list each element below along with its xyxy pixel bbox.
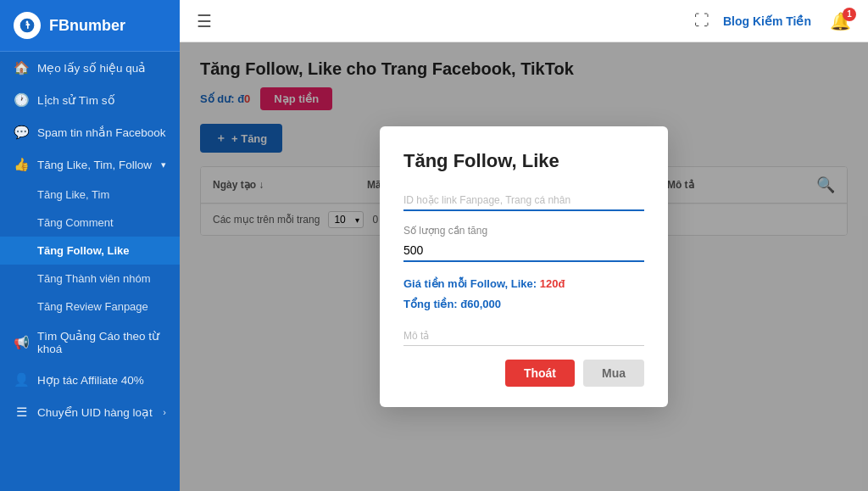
chevron-right-icon: › [163,407,166,417]
sidebar-sub-label: Tăng Comment [37,216,114,229]
sidebar-item-tim-quang-cao[interactable]: 📢 Tìm Quảng Cáo theo từ khoá [0,321,180,364]
modal-quantity-field: Số lượng cần tăng [403,225,644,262]
like-icon: 👍 [14,157,29,172]
notification-bell[interactable]: 🔔 1 [830,11,851,31]
chevron-down-icon: ▾ [161,159,166,170]
list-icon: ☰ [14,405,29,420]
modal-overlay[interactable]: Tăng Follow, Like Số lượng cần tăng Giá … [180,42,868,491]
sidebar-item-label: Hợp tác Affiliate 40% [37,373,144,387]
sidebar-item-spam[interactable]: 💬 Spam tin nhắn Facebook [0,116,180,148]
sidebar-sub-label: Tăng Follow, Like [37,244,130,257]
sidebar-item-label: Mẹo lấy số hiệu quả [37,61,146,75]
sidebar-item-tang-follow-like[interactable]: Tăng Follow, Like [0,237,180,265]
sidebar-item-label: Chuyển UID hàng loạt [37,405,153,419]
total-row: Tổng tiền: đ60,000 [403,296,644,311]
sidebar-item-label: Tăng Like, Tim, Follow [37,159,152,171]
sidebar-item-label: Spam tin nhắn Facebook [37,126,166,139]
mua-button[interactable]: Mua [583,360,644,387]
notification-badge: 1 [843,8,856,21]
sidebar-item-tang-like[interactable]: 👍 Tăng Like, Tim, Follow ▾ [0,148,180,181]
sidebar: FBnumber 🏠 Mẹo lấy số hiệu quả 🕐 Lịch sử… [0,0,180,491]
price-line: Giá tiền mỗi Follow, Like: 120đ [403,277,565,290]
menu-icon[interactable]: ☰ [197,11,212,31]
modal-quantity-input[interactable] [403,240,644,262]
svg-point-1 [26,21,29,24]
thoat-button[interactable]: Thoát [505,360,575,387]
sidebar-item-hop-tac[interactable]: 👤 Hợp tác Affiliate 40% [0,364,180,396]
quantity-label: Số lượng cần tăng [403,225,644,237]
price-row: Giá tiền mỗi Follow, Like: 120đ [403,276,644,291]
sidebar-header: FBnumber [0,0,180,52]
fullscreen-icon[interactable]: ⛶ [694,12,709,30]
chat-icon: 💬 [14,125,29,140]
user-icon: 👤 [14,372,29,388]
modal-link-input[interactable] [403,189,644,211]
sidebar-sub-label: Tăng Thành viên nhóm [37,272,150,285]
sidebar-nav: 🏠 Mẹo lấy số hiệu quả 🕐 Lịch sử Tìm số 💬… [0,52,180,491]
modal-link-field [403,189,644,211]
main-content: ☰ ⛶ Blog Kiếm Tiền 🔔 1 Tăng Follow, Like… [180,0,868,491]
sidebar-logo [14,12,41,39]
topbar: ☰ ⛶ Blog Kiếm Tiền 🔔 1 [180,0,868,42]
modal-title: Tăng Follow, Like [403,150,644,172]
sidebar-item-label: Tìm Quảng Cáo theo từ khoá [37,329,166,355]
sidebar-sub-label: Tăng Like, Tim [37,188,109,201]
clock-icon: 🕐 [14,92,29,108]
sidebar-item-lich-su[interactable]: 🕐 Lịch sử Tìm số [0,84,180,116]
modal-dialog: Tăng Follow, Like Số lượng cần tăng Giá … [380,126,668,407]
sidebar-item-meo[interactable]: 🏠 Mẹo lấy số hiệu quả [0,52,180,84]
app-title: FBnumber [49,17,125,35]
sidebar-sub-label: Tăng Review Fanpage [37,300,148,313]
home-icon: 🏠 [14,60,29,75]
modal-actions: Thoát Mua [403,360,644,387]
modal-mota-field [403,325,644,346]
sidebar-item-tang-thanh-vien[interactable]: Tăng Thành viên nhóm [0,265,180,293]
sidebar-item-label: Lịch sử Tìm số [37,93,115,107]
blog-link[interactable]: Blog Kiếm Tiền [723,14,811,28]
sidebar-item-tang-like-tim[interactable]: Tăng Like, Tim [0,181,180,209]
modal-mota-input[interactable] [403,325,644,346]
megaphone-icon: 📢 [14,335,29,350]
page-content: Tăng Follow, Like cho Trang Facebook, Ti… [180,42,868,491]
sidebar-item-chuyen-uid[interactable]: ☰ Chuyển UID hàng loạt › [0,396,180,428]
sidebar-item-tang-review[interactable]: Tăng Review Fanpage [0,293,180,321]
total-line: Tổng tiền: đ60,000 [403,298,501,310]
sidebar-item-tang-comment[interactable]: Tăng Comment [0,209,180,237]
